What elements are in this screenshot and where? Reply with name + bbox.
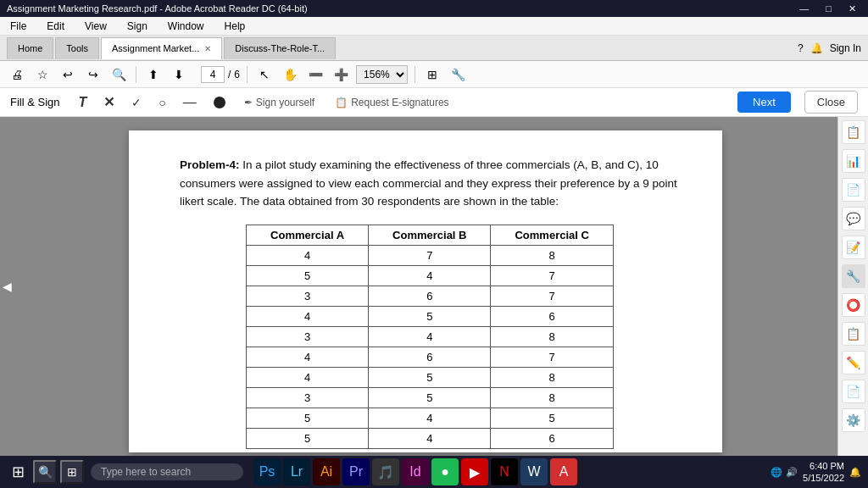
zoom-in-button[interactable]: ➕: [331, 64, 351, 85]
next-button[interactable]: Next: [737, 92, 791, 113]
taskbar-app-lr[interactable]: Lr: [283, 458, 310, 485]
star-button[interactable]: ☆: [32, 64, 53, 85]
zoom-out-button[interactable]: ➖: [305, 64, 326, 85]
table-cell-r2-c2: 7: [491, 286, 613, 306]
menu-edit[interactable]: Edit: [43, 19, 68, 33]
zoom-selector[interactable]: 156%: [356, 65, 408, 84]
right-panel-tool-7[interactable]: ⭕: [842, 293, 865, 317]
menu-sign[interactable]: Sign: [124, 19, 151, 33]
taskbar-app-netflix[interactable]: N: [491, 458, 518, 485]
table-cell-r0-c0: 4: [247, 245, 369, 265]
menu-view[interactable]: View: [81, 19, 110, 33]
close-button[interactable]: Close: [804, 91, 858, 114]
search-button[interactable]: 🔍: [108, 64, 129, 85]
taskbar-search-input[interactable]: [91, 463, 243, 480]
tools-button[interactable]: 🔧: [448, 64, 468, 85]
taskbar-right: 🌐 🔊 6:40 PM 5/15/2022 🔔: [771, 460, 861, 485]
right-panel-tool-10[interactable]: 📄: [842, 380, 865, 403]
table-row: 545: [247, 408, 614, 428]
prev-page-button[interactable]: ⬆: [143, 64, 164, 85]
taskbar-network-icon[interactable]: 🌐: [771, 467, 782, 478]
taskbar-app-media[interactable]: 🎵: [372, 458, 399, 485]
tab-home[interactable]: Home: [7, 37, 53, 59]
taskbar-app-id[interactable]: Id: [402, 458, 429, 485]
table-cell-r9-c1: 4: [369, 428, 491, 448]
text-tool-button[interactable]: T: [74, 93, 92, 112]
taskbar-app-word[interactable]: W: [520, 458, 548, 485]
maximize-button[interactable]: □: [821, 3, 837, 14]
check-tool-button[interactable]: ✓: [126, 94, 147, 111]
right-panel-tool-4[interactable]: 💬: [842, 207, 865, 230]
right-panel-tool-5[interactable]: 📝: [842, 236, 865, 259]
page-total: 6: [234, 69, 240, 80]
right-panel-tool-2[interactable]: 📊: [842, 149, 865, 173]
taskbar-task-view[interactable]: ⊞: [60, 460, 84, 484]
print-button[interactable]: 🖨: [7, 64, 27, 85]
taskbar-app-ai[interactable]: Ai: [313, 458, 340, 485]
main-area: ◀ Problem-4: In a pilot study examining …: [0, 117, 868, 456]
line-tool-button[interactable]: —: [178, 93, 202, 112]
sign-in-button[interactable]: Sign In: [830, 42, 861, 54]
next-page-button[interactable]: ⬇: [169, 64, 189, 85]
table-cell-r1-c2: 7: [491, 265, 613, 286]
problem-title: Problem-4:: [180, 158, 240, 171]
right-panel-tool-8[interactable]: 📋: [842, 322, 865, 346]
forward-button[interactable]: ↪: [83, 64, 103, 85]
tab-discuss-role[interactable]: Discuss-The-Role-T...: [224, 37, 336, 59]
sign-yourself-icon: ✒: [244, 97, 253, 108]
right-panel-tool-11[interactable]: ⚙️: [842, 408, 865, 432]
problem-text-body: In a pilot study examining the effective…: [180, 158, 677, 208]
problem-description: Problem-4: In a pilot study examining th…: [180, 156, 680, 211]
taskbar-notifications[interactable]: 🔔: [849, 467, 861, 478]
table-cell-r8-c1: 4: [369, 408, 491, 428]
help-icon[interactable]: ?: [798, 42, 804, 54]
start-button[interactable]: ⊞: [7, 463, 30, 481]
table-cell-r6-c0: 4: [247, 367, 369, 387]
taskbar-apps: Ps Lr Ai Pr 🎵 Id ● ▶ N W A: [253, 458, 577, 485]
right-panel-tool-6[interactable]: 🔧: [842, 264, 865, 288]
data-table: Commercial A Commercial B Commercial C 4…: [246, 225, 614, 449]
menu-file[interactable]: File: [7, 19, 30, 33]
taskbar-sys-icons: 🌐 🔊: [771, 467, 798, 478]
back-button[interactable]: ↩: [58, 64, 78, 85]
cursor-tool[interactable]: ↖: [254, 64, 275, 85]
taskbar-date: 5/15/2022: [803, 472, 844, 484]
right-panel-tool-3[interactable]: 📄: [842, 178, 865, 202]
table-cell-r3-c2: 6: [491, 306, 613, 326]
tab-close-assignment[interactable]: ✕: [204, 44, 211, 53]
cross-tool-button[interactable]: ✕: [98, 92, 120, 112]
fit-page-button[interactable]: ⊞: [422, 64, 442, 85]
tab-tools[interactable]: Tools: [55, 37, 99, 59]
minimize-button[interactable]: —: [794, 3, 814, 14]
window-close-button[interactable]: ✕: [843, 3, 861, 14]
menu-help[interactable]: Help: [221, 19, 249, 33]
menu-window[interactable]: Window: [164, 19, 208, 33]
header-commercial-c: Commercial C: [491, 225, 613, 245]
title-bar-controls: — □ ✕: [794, 3, 861, 14]
right-panel-tool-9[interactable]: ✏️: [842, 351, 865, 374]
circle-tool-button[interactable]: ○: [153, 94, 170, 111]
notifications-icon[interactable]: 🔔: [810, 42, 823, 54]
taskbar-app-spotify[interactable]: ●: [431, 458, 459, 485]
table-cell-r1-c0: 5: [247, 265, 369, 286]
sign-yourself-button[interactable]: ✒ Sign yourself: [244, 97, 314, 108]
dot-tool-button[interactable]: [209, 95, 231, 110]
tab-assignment-marketing[interactable]: Assignment Market... ✕: [101, 37, 222, 59]
menu-bar: File Edit View Sign Window Help: [0, 17, 868, 36]
right-panel-tool-1[interactable]: 📋: [842, 120, 865, 144]
request-esignatures-button[interactable]: 📋 Request E-signatures: [335, 97, 448, 108]
taskbar-app-pr[interactable]: Pr: [342, 458, 370, 485]
table-cell-r7-c1: 5: [369, 387, 491, 408]
taskbar: ⊞ 🔍 ⊞ Ps Lr Ai Pr 🎵 Id ● ▶ N W A 🌐 🔊 6:4…: [0, 456, 868, 488]
taskbar-search-icon[interactable]: 🔍: [33, 460, 57, 484]
hand-tool[interactable]: ✋: [280, 64, 300, 85]
taskbar-app-ps[interactable]: Ps: [253, 458, 281, 485]
left-arrow-icon[interactable]: ◀: [3, 280, 12, 293]
table-cell-r8-c2: 5: [491, 408, 613, 428]
taskbar-volume-icon[interactable]: 🔊: [786, 467, 798, 478]
taskbar-app-video[interactable]: ▶: [461, 458, 488, 485]
page-number-input[interactable]: [201, 66, 225, 83]
taskbar-app-acrobat[interactable]: A: [550, 458, 577, 485]
table-row: 546: [247, 428, 614, 448]
dot-icon: [214, 97, 225, 108]
